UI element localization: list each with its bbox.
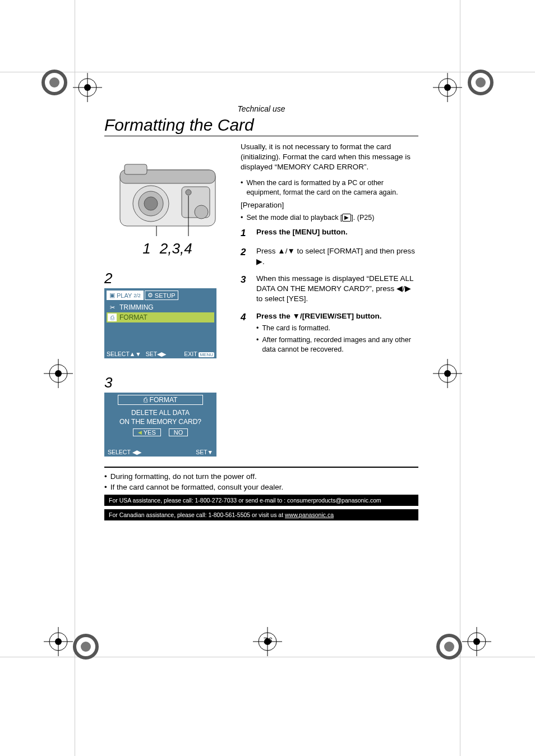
svg-point-26	[444, 370, 451, 377]
page-content: Technical use Formatting the Card	[104, 104, 418, 620]
canada-assist-bar: For Canadian assistance, please call: 1-…	[104, 509, 418, 520]
svg-point-5	[144, 197, 158, 210]
svg-point-7	[195, 205, 208, 219]
camera-illustration: 1 2,3,4	[104, 142, 230, 254]
step-3: 3 When this message is displayed “DELETE…	[241, 274, 418, 305]
section-label: Technical use	[104, 104, 418, 113]
color-target-icon	[73, 634, 99, 660]
menu-item-trimming: ✂ TRIMMING	[107, 302, 214, 312]
tab-setup: ⚙ SETUP	[145, 291, 178, 300]
register-mark-icon	[462, 627, 491, 656]
intro-paragraph: Usually, it is not necessary to format t…	[241, 142, 418, 173]
register-mark-icon	[253, 627, 282, 656]
lcd-screen-3: ⎙ FORMAT DELETE ALL DATA ON THE MEMORY C…	[104, 393, 216, 457]
submenu-arrow-icon: ▶	[208, 314, 213, 321]
color-target-icon	[436, 634, 462, 660]
prompt-line-2: ON THE MEMORY CARD?	[107, 417, 214, 426]
step-2: 2 Press ▲/▼ to select [FORMAT] and then …	[241, 246, 418, 266]
preparation-item: Set the mode dial to playback [▶]. (P25)	[241, 213, 418, 223]
trimming-icon: ✂	[108, 303, 117, 311]
svg-point-14	[84, 84, 91, 91]
option-no: NO	[169, 428, 188, 436]
lcd-footer: SELECT ◀▶ SET▼	[107, 449, 214, 455]
svg-point-8	[186, 190, 191, 195]
svg-point-46	[444, 642, 454, 652]
color-target-icon	[41, 70, 67, 95]
svg-point-44	[81, 642, 91, 652]
svg-point-40	[49, 77, 59, 87]
menu-item-format: ⎙ FORMAT ▶	[107, 312, 214, 322]
setup-icon: ⚙	[147, 292, 153, 299]
playback-mode-icon: ▶	[342, 214, 351, 222]
lcd-footer: SELECT▲▼ SET◀▶ EXIT MENU	[107, 351, 214, 357]
preparation-label: [Preparation]	[241, 200, 418, 210]
register-mark-icon	[73, 73, 102, 102]
format-icon: ⎙	[144, 396, 147, 404]
register-mark-icon	[433, 359, 462, 388]
left-right-glyph: ◀/▶	[396, 284, 411, 293]
register-mark-icon	[44, 627, 73, 656]
right-glyph: ▶	[256, 257, 262, 266]
svg-point-34	[264, 638, 271, 645]
crop-line	[0, 72, 535, 72]
up-down-glyph: ▲/▼	[278, 247, 294, 255]
panasonic-link[interactable]: www.panasonic.ca	[285, 511, 334, 518]
register-mark-icon	[433, 73, 462, 102]
caution-bullet-1: During formatting, do not turn the power…	[104, 472, 418, 481]
format-dialog-title: ⎙ FORMAT	[118, 395, 203, 405]
svg-rect-2	[124, 164, 147, 174]
color-target-icon	[468, 70, 494, 95]
screen-step-3-label: 3	[104, 374, 230, 391]
page-title: Formatting the Card	[104, 116, 418, 136]
section-divider	[104, 467, 418, 468]
step-1: 1 Press the [MENU] button.	[241, 227, 418, 240]
prompt-line-1: DELETE ALL DATA	[107, 408, 214, 417]
screen-step-2-label: 2	[104, 270, 230, 287]
tab-play: ▣ PLAY2/2	[107, 291, 144, 300]
callout-1: 1	[142, 240, 150, 257]
usa-assist-bar: For USA assistance, please call: 1-800-2…	[104, 495, 418, 506]
play-icon: ▣	[109, 292, 115, 299]
caution-bullet-2: If the card cannot be formatted, consult…	[104, 483, 418, 491]
svg-point-38	[473, 638, 480, 645]
svg-point-22	[55, 370, 62, 377]
step-4-note-1: The card is formatted.	[256, 324, 418, 333]
step-4: 4 Press the ▼/[REVIEW/SET] button. The c…	[241, 311, 418, 354]
svg-point-42	[476, 77, 486, 87]
format-icon: ⎙	[108, 314, 117, 321]
option-yes: ◀YES	[133, 428, 161, 436]
callout-234: 2,3,4	[160, 240, 192, 257]
register-mark-icon	[44, 359, 73, 388]
lcd-screen-2: ▣ PLAY2/2 ⚙ SETUP ✂ TRIMMING ⎙	[104, 288, 216, 358]
note-bullet: When the card is formatted by a PC or ot…	[241, 178, 418, 197]
svg-point-18	[444, 84, 451, 91]
down-glyph: ▼	[293, 312, 300, 320]
svg-point-30	[55, 638, 62, 645]
step-4-note-2: After formatting, recorded images and an…	[256, 335, 418, 354]
